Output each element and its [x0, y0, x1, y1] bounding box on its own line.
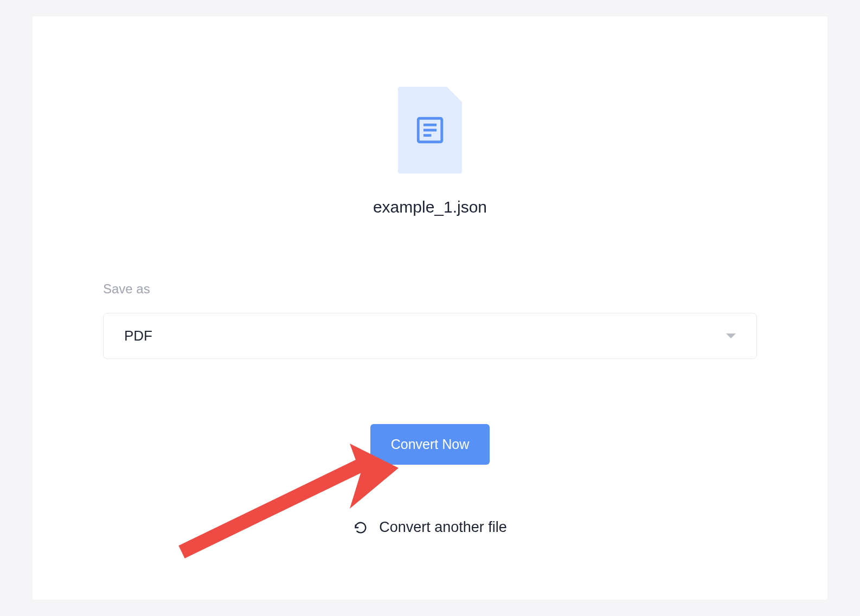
svg-line-5 [182, 465, 361, 552]
save-as-group: Save as PDF [103, 281, 757, 424]
file-icon [398, 87, 462, 174]
filename-label: example_1.json [373, 198, 487, 216]
convert-now-button[interactable]: Convert Now [370, 424, 490, 465]
convert-another-link[interactable]: Convert another file [353, 519, 507, 536]
save-as-label: Save as [103, 281, 757, 297]
refresh-icon [353, 520, 368, 535]
chevron-down-icon [726, 333, 736, 338]
format-select[interactable]: PDF [103, 313, 757, 359]
convert-another-label: Convert another file [379, 519, 507, 536]
converter-card: example_1.json Save as PDF Convert Now C… [33, 16, 827, 600]
arrow-annotation [171, 444, 404, 568]
format-selected-value: PDF [124, 328, 152, 344]
document-icon [414, 114, 446, 146]
